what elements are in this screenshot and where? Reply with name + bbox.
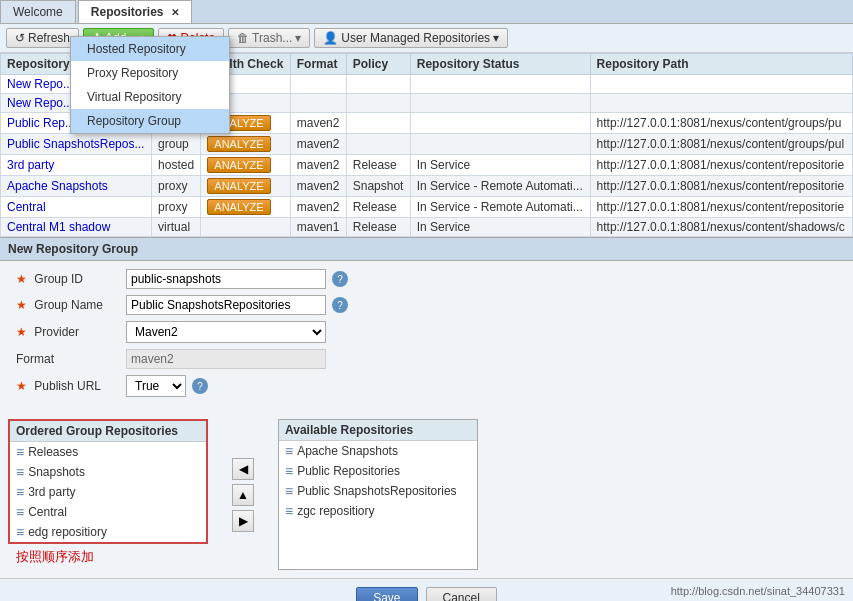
col-format: Format xyxy=(290,54,346,75)
list-item[interactable]: ≡Public Repositories xyxy=(279,461,477,481)
move-left-button[interactable]: ◀ xyxy=(232,458,254,480)
repo-item-label: Apache Snapshots xyxy=(297,444,398,458)
col-policy: Policy xyxy=(346,54,410,75)
format-input xyxy=(126,349,326,369)
menu-item-proxy[interactable]: Proxy Repository xyxy=(71,61,229,85)
repo-item-icon: ≡ xyxy=(285,443,293,459)
table-row: CentralproxyANALYZEmaven2ReleaseIn Servi… xyxy=(1,197,853,218)
repo-name-link[interactable]: Public Rep... xyxy=(7,116,75,130)
list-item[interactable]: ≡3rd party xyxy=(10,482,206,502)
repo-name-link[interactable]: Central M1 shadow xyxy=(7,220,110,234)
refresh-icon: ↺ xyxy=(15,31,25,45)
move-up-button[interactable]: ▲ xyxy=(232,484,254,506)
group-id-row: ★ Group ID ? xyxy=(16,269,837,289)
repo-item-icon: ≡ xyxy=(16,524,24,540)
repo-item-label: edg repositiory xyxy=(28,525,107,539)
table-row: 3rd partyhostedANALYZEmaven2ReleaseIn Se… xyxy=(1,155,853,176)
repo-item-label: Snapshots xyxy=(28,465,85,479)
new-repo-group-header: New Repository Group xyxy=(0,237,853,261)
repo-item-icon: ≡ xyxy=(16,484,24,500)
save-button[interactable]: Save xyxy=(356,587,417,601)
repo-item-icon: ≡ xyxy=(285,463,293,479)
publish-url-row: ★ Publish URL True False ? xyxy=(16,375,837,397)
publish-url-label: ★ Publish URL xyxy=(16,379,126,393)
repo-name-link[interactable]: New Repo... xyxy=(7,77,73,91)
repo-item-label: Public Repositories xyxy=(297,464,400,478)
table-row: Apache SnapshotsproxyANALYZEmaven2Snapsh… xyxy=(1,176,853,197)
available-repos-box: Available Repositories ≡Apache Snapshots… xyxy=(278,419,478,570)
list-item[interactable]: ≡Public SnapshotsRepositories xyxy=(279,481,477,501)
list-item[interactable]: ≡Central xyxy=(10,502,206,522)
chinese-label: 按照顺序添加 xyxy=(8,544,208,570)
available-repos-list: ≡Apache Snapshots≡Public Repositories≡Pu… xyxy=(279,441,477,521)
required-star-3: ★ xyxy=(16,325,27,339)
app-container: Welcome Repositories ✕ ↺ Refresh ✚ Add..… xyxy=(0,0,853,601)
group-id-help-icon[interactable]: ? xyxy=(332,271,348,287)
repo-item-icon: ≡ xyxy=(16,444,24,460)
analyze-button[interactable]: ANALYZE xyxy=(207,199,270,215)
trash-dropdown-icon: ▾ xyxy=(295,31,301,45)
cancel-button[interactable]: Cancel xyxy=(426,587,497,601)
repo-item-icon: ≡ xyxy=(16,504,24,520)
user-managed-button[interactable]: 👤 User Managed Repositories ▾ xyxy=(314,28,508,48)
provider-label: ★ Provider xyxy=(16,325,126,339)
refresh-button[interactable]: ↺ Refresh xyxy=(6,28,79,48)
ordered-repos-list: ≡Releases≡Snapshots≡3rd party≡Central≡ed… xyxy=(10,442,206,542)
list-item[interactable]: ≡Snapshots xyxy=(10,462,206,482)
list-item[interactable]: ≡Apache Snapshots xyxy=(279,441,477,461)
tab-repositories[interactable]: Repositories ✕ xyxy=(78,0,192,23)
repo-item-icon: ≡ xyxy=(16,464,24,480)
required-star-2: ★ xyxy=(16,298,27,312)
analyze-button[interactable]: ANALYZE xyxy=(207,178,270,194)
menu-item-virtual[interactable]: Virtual Repository xyxy=(71,85,229,109)
ordered-repos-container: Ordered Group Repositories ≡Releases≡Sna… xyxy=(8,419,208,570)
repo-item-label: Central xyxy=(28,505,67,519)
tab-close-icon[interactable]: ✕ xyxy=(171,7,179,18)
tab-welcome[interactable]: Welcome xyxy=(0,0,76,23)
repo-item-label: 3rd party xyxy=(28,485,75,499)
arrow-controls: ◀ ▲ ▶ xyxy=(224,419,262,570)
ordered-repos-box: Ordered Group Repositories ≡Releases≡Sna… xyxy=(8,419,208,544)
group-name-label: ★ Group Name xyxy=(16,298,126,312)
group-name-help-icon[interactable]: ? xyxy=(332,297,348,313)
ordered-repos-header: Ordered Group Repositories xyxy=(10,421,206,442)
repo-name-link[interactable]: Central xyxy=(7,200,46,214)
menu-item-group[interactable]: Repository Group xyxy=(71,109,229,133)
repo-item-label: Public SnapshotsRepositories xyxy=(297,484,456,498)
provider-select[interactable]: Maven2 xyxy=(126,321,326,343)
col-status: Repository Status xyxy=(410,54,590,75)
user-dropdown-icon: ▾ xyxy=(493,31,499,45)
required-star: ★ xyxy=(16,272,27,286)
repo-name-link[interactable]: Public SnapshotsRepos... xyxy=(7,137,144,151)
bottom-section: Ordered Group Repositories ≡Releases≡Sna… xyxy=(0,411,853,578)
col-path: Repository Path xyxy=(590,54,852,75)
analyze-button[interactable]: ANALYZE xyxy=(207,157,270,173)
group-name-row: ★ Group Name ? xyxy=(16,295,837,315)
form-section: ★ Group ID ? ★ Group Name ? ★ Provider M… xyxy=(0,261,853,411)
list-item[interactable]: ≡Releases xyxy=(10,442,206,462)
list-item[interactable]: ≡edg repositiory xyxy=(10,522,206,542)
repo-name-link[interactable]: 3rd party xyxy=(7,158,54,172)
trash-button[interactable]: 🗑 Trash... ▾ xyxy=(228,28,310,48)
watermark: http://blog.csdn.net/sinat_34407331 xyxy=(671,585,845,597)
repo-name-link[interactable]: Apache Snapshots xyxy=(7,179,108,193)
publish-url-help-icon[interactable]: ? xyxy=(192,378,208,394)
group-id-label: ★ Group ID xyxy=(16,272,126,286)
table-row: Public SnapshotsRepos...groupANALYZEmave… xyxy=(1,134,853,155)
format-label: Format xyxy=(16,352,126,366)
repo-item-icon: ≡ xyxy=(285,483,293,499)
publish-url-select[interactable]: True False xyxy=(126,375,186,397)
repo-item-icon: ≡ xyxy=(285,503,293,519)
available-repos-header: Available Repositories xyxy=(279,420,477,441)
list-item[interactable]: ≡zgc repositiory xyxy=(279,501,477,521)
analyze-button[interactable]: ANALYZE xyxy=(207,136,270,152)
trash-icon: 🗑 xyxy=(237,31,249,45)
menu-item-hosted[interactable]: Hosted Repository xyxy=(71,37,229,61)
user-icon: 👤 xyxy=(323,31,338,45)
move-right-button[interactable]: ▶ xyxy=(232,510,254,532)
group-name-input[interactable] xyxy=(126,295,326,315)
repo-item-label: Releases xyxy=(28,445,78,459)
add-dropdown-menu: Hosted Repository Proxy Repository Virtu… xyxy=(70,36,230,134)
group-id-input[interactable] xyxy=(126,269,326,289)
repo-name-link[interactable]: New Repo... xyxy=(7,96,73,110)
